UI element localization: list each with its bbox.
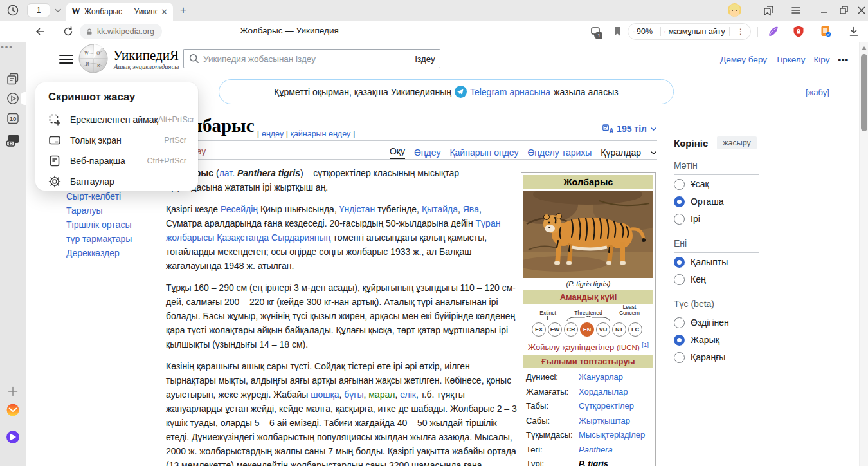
alice-assistant-icon[interactable]: [6, 430, 20, 444]
status-vu[interactable]: VU: [596, 322, 610, 337]
chevron-down-icon[interactable]: [54, 8, 62, 13]
menu-item-region[interactable]: Ерекшеленген аймақ Alt+PrtScr: [48, 109, 186, 130]
omnibox-page-title[interactable]: Жолбарыс — Уикипедия: [212, 26, 366, 35]
rail-add-icon[interactable]: [6, 384, 20, 398]
status-lc[interactable]: LC: [628, 322, 642, 337]
page-scrollbar[interactable]: [859, 42, 868, 466]
tab-groups-icon[interactable]: 10: [6, 111, 20, 126]
telegram-link[interactable]: Telegram арнасына: [470, 87, 550, 97]
pill-more-icon[interactable]: ⋮: [737, 27, 745, 36]
tab-history[interactable]: Өңделу тарихы: [527, 147, 592, 158]
quill-extension-icon[interactable]: [766, 25, 779, 38]
menu-item-webpage[interactable]: Веб-парақша Ctrl+PrtScr: [48, 151, 186, 171]
taxon-link[interactable]: Жыртқыштар: [579, 416, 630, 425]
download-icon[interactable]: [847, 25, 860, 38]
screenshot-tool-icon[interactable]: [6, 133, 20, 147]
tab-edit[interactable]: Өңдеу: [414, 147, 440, 158]
wiki-menu-icon[interactable]: [59, 54, 73, 64]
back-icon[interactable]: [33, 25, 46, 38]
radio-option[interactable]: Жарық: [674, 331, 770, 348]
taxon-link[interactable]: Хордалылар: [579, 387, 628, 396]
header-more-icon[interactable]: •••: [838, 55, 849, 64]
status-ex[interactable]: EX: [532, 322, 546, 337]
login-link[interactable]: Кіру: [813, 55, 829, 64]
radio-option[interactable]: Өздігінен: [674, 314, 770, 331]
radio-option[interactable]: Кең: [674, 271, 770, 288]
radio-icon[interactable]: [674, 352, 685, 363]
rail-more-icon[interactable]: •••: [0, 42, 14, 52]
yandex-mail-icon[interactable]: [6, 403, 20, 417]
tabs-sync-badge: 1: [595, 32, 602, 39]
toc-item-subspecies[interactable]: түр тармақтары: [66, 234, 163, 243]
close-window-icon[interactable]: [855, 4, 868, 17]
status-nt[interactable]: NT: [612, 322, 626, 337]
browser-tab[interactable]: W Жолбарыс — Уикипед ✕: [66, 3, 173, 21]
menu-item-fullscreen[interactable]: Толық экран PrtScr: [48, 130, 186, 151]
collections-icon[interactable]: [762, 4, 775, 17]
donate-link[interactable]: Демеу беру: [720, 55, 767, 64]
edit-link[interactable]: өңдеу: [262, 129, 284, 138]
tab-edit-source[interactable]: Қайнарын өңдеу: [449, 147, 518, 158]
tiger-photo[interactable]: [523, 191, 653, 278]
tab-read[interactable]: Оқу: [390, 146, 405, 159]
search-input[interactable]: [183, 49, 410, 68]
scroll-up-icon[interactable]: [862, 46, 867, 50]
hide-appearance-button[interactable]: жасыру: [717, 136, 757, 149]
status-cr[interactable]: CR: [564, 322, 578, 337]
banner-text-before: Құрметті оқырман, қазақша Уикипедияның: [274, 87, 451, 97]
history-icon[interactable]: [6, 4, 19, 17]
new-tab-button[interactable]: +: [180, 4, 186, 17]
bookmark-flag-icon[interactable]: [611, 25, 624, 38]
radio-icon[interactable]: [674, 335, 685, 346]
status-en[interactable]: EN: [580, 322, 594, 337]
taxon-link[interactable]: Мысықтәрізділер: [579, 430, 645, 440]
tab-close-icon[interactable]: ✕: [161, 8, 168, 16]
radio-icon[interactable]: [674, 179, 685, 190]
banner-close-link[interactable]: [жабу]: [806, 88, 829, 97]
read-aloud-label[interactable]: мазмұнын айту: [669, 27, 725, 36]
reference-link[interactable]: [1]: [642, 341, 649, 348]
radio-option[interactable]: Қалыпты: [674, 254, 770, 270]
language-selector[interactable]: A 195 тіл: [592, 124, 657, 134]
radio-option[interactable]: Ірі: [674, 210, 770, 227]
taxon-link[interactable]: Жануарлар: [579, 372, 623, 382]
docs-extension-icon[interactable]: [819, 25, 832, 38]
wikipedia-wordmark[interactable]: УикипедиЯ: [113, 48, 179, 64]
address-bar[interactable]: kk.wikipedia.org: [80, 24, 162, 39]
scrollbar-thumb[interactable]: [861, 54, 867, 131]
zoom-out-icon[interactable]: [633, 27, 635, 37]
register-link[interactable]: Тіркелу: [775, 55, 806, 64]
radio-icon[interactable]: [674, 196, 685, 207]
toc-item-appearance-sec[interactable]: Сырт-келбеті: [66, 192, 163, 201]
radio-icon[interactable]: [674, 274, 685, 285]
edit-source-link[interactable]: қайнарын өңдеу: [290, 129, 350, 138]
taxon-link[interactable]: Panthera: [579, 445, 613, 454]
restore-window-icon[interactable]: [837, 4, 850, 17]
adblock-shield-icon[interactable]: [792, 25, 805, 38]
menu-item-settings[interactable]: Баптаулар: [48, 171, 186, 192]
svg-text:10: 10: [10, 115, 17, 122]
taxon-link[interactable]: Сүтқоректілер: [579, 401, 634, 411]
search-button[interactable]: Іздеу: [410, 49, 440, 68]
toc-item-habitat[interactable]: Тіршілік ортасы: [66, 220, 163, 229]
reload-icon[interactable]: [62, 25, 75, 38]
zoom-level[interactable]: 90%: [637, 27, 653, 36]
minimize-icon[interactable]: [818, 4, 831, 17]
toc-item-distribution[interactable]: Таралуы: [66, 206, 163, 215]
tab-tools[interactable]: Құралдар: [601, 147, 641, 158]
profile-avatar[interactable]: [728, 3, 741, 17]
toc-item-references[interactable]: Дереккөздер: [66, 248, 163, 257]
radio-option[interactable]: Қараңғы: [674, 349, 770, 366]
browser-menu-icon[interactable]: [790, 4, 802, 17]
radio-icon[interactable]: [674, 317, 685, 328]
feed-icon[interactable]: [6, 72, 20, 86]
video-play-icon[interactable]: [6, 91, 20, 106]
radio-icon[interactable]: [674, 214, 685, 225]
tab-counter[interactable]: 1: [27, 3, 50, 17]
radio-icon[interactable]: [674, 257, 685, 268]
read-aloud-icon[interactable]: 66: [664, 27, 665, 37]
radio-option[interactable]: Орташа: [674, 193, 770, 210]
status-ew[interactable]: EW: [548, 322, 562, 337]
wikipedia-logo[interactable]: W Ω И א: [78, 44, 108, 73]
radio-option[interactable]: Ұсақ: [674, 176, 770, 192]
